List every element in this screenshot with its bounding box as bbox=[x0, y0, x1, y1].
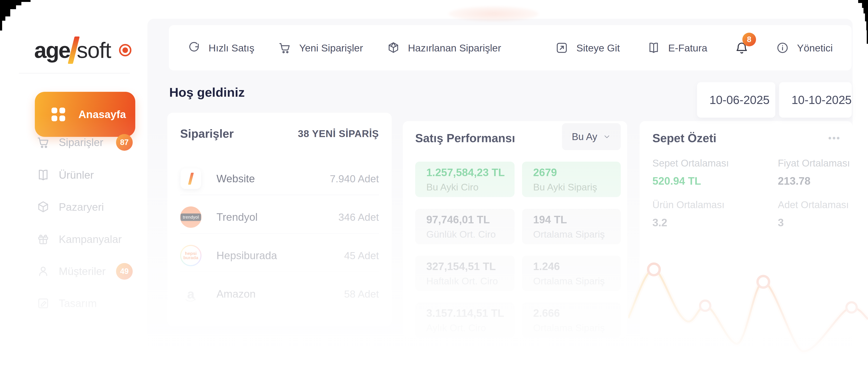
prepared-orders-button[interactable]: Hazırlanan Siparişler bbox=[387, 41, 501, 54]
quick-sale-label: Hızlı Satış bbox=[209, 42, 254, 54]
basket-stat-quantity-average: Adet Ortalaması 3 bbox=[778, 199, 849, 229]
stat-label: Adet Ortalaması bbox=[778, 199, 849, 210]
stat-label: Ürün Ortalaması bbox=[652, 199, 724, 210]
orders-count-badge: 87 bbox=[116, 134, 133, 151]
order-row-trendyol: trendyol Trendyol 346 Adet bbox=[180, 201, 379, 233]
stat-value: 2.666 bbox=[533, 307, 621, 319]
external-link-icon bbox=[555, 41, 568, 54]
sidebar-item-label: Kampanyalar bbox=[59, 233, 122, 245]
date-from-input[interactable]: 10-06-2025 bbox=[697, 82, 775, 118]
orders-card-title: Siparişler bbox=[180, 127, 234, 140]
date-to-input[interactable]: 10-10-2025 bbox=[779, 82, 852, 118]
topbar: Hızlı Satış Yeni Siparişler Hazırlanan S… bbox=[169, 25, 851, 70]
stat-tile-weekly-avg-revenue: 327,154,51 TL Haftalık Ort. Ciro bbox=[415, 255, 515, 291]
row-divider bbox=[180, 233, 379, 234]
stat-value: 520.94 TL bbox=[652, 175, 729, 187]
order-row-website: Website 7.940 Adet bbox=[180, 163, 379, 195]
period-filter-dropdown[interactable]: Bu Ay bbox=[562, 123, 621, 150]
stat-label: Fiyat Ortalaması bbox=[778, 158, 850, 169]
sales-performance-card: Satış Performansı Bu Ay 1.257,584,23 TL … bbox=[403, 121, 627, 337]
stat-value: 1.246 bbox=[533, 260, 621, 273]
sidebar-item-tasarim[interactable]: Tasarım bbox=[35, 292, 135, 315]
trendyol-logo-icon: trendyol bbox=[180, 206, 202, 228]
chevron-down-icon bbox=[840, 93, 849, 107]
sidebar-item-label: Tasarım bbox=[59, 297, 97, 310]
amazon-logo-icon: a bbox=[180, 283, 202, 305]
order-row-amazon: a Amazon 58 Adet bbox=[180, 278, 379, 310]
stat-tile-monthly-orders: 2679 Bu Ayki Sipariş bbox=[522, 162, 621, 197]
sidebar-item-label: Anasayfa bbox=[79, 108, 126, 120]
stat-label: Ortalama Sipariş bbox=[533, 322, 621, 334]
stat-tile-avg-order-3: 2.666 Ortalama Sipariş bbox=[522, 302, 621, 338]
stat-tile-monthly-avg-revenue: 3.157.114,51 TL Aylık Ort. Ciro bbox=[415, 302, 515, 338]
order-row-hepsiburada: hepsiburada Hepsiburada 45 Adet bbox=[180, 240, 379, 272]
quick-sale-button[interactable]: Hızlı Satış bbox=[188, 41, 254, 54]
sidebar-divider bbox=[19, 73, 130, 73]
sidebar: agesoft Anasayfa Siparişler 87 Ürünler P… bbox=[0, 0, 148, 383]
brand-logo-bold: age bbox=[34, 38, 70, 63]
e-invoice-button[interactable]: E-Fatura bbox=[647, 41, 707, 54]
stat-tile-monthly-revenue: 1.257,584,23 TL Bu Ayki Ciro bbox=[415, 162, 515, 197]
screenshot-corner-artifact bbox=[858, 0, 868, 44]
stat-value: 194 TL bbox=[533, 213, 621, 226]
cart-icon bbox=[278, 41, 291, 54]
stat-label: Günlük Ort. Ciro bbox=[426, 229, 515, 240]
sidebar-item-kampanyalar[interactable]: Kampanyalar bbox=[35, 228, 135, 251]
sidebar-item-siparisler[interactable]: Siparişler 87 bbox=[35, 131, 135, 154]
book-icon bbox=[36, 168, 50, 182]
hepsiburada-logo-icon: hepsiburada bbox=[180, 245, 202, 266]
page-title: Hoş geldiniz bbox=[169, 85, 245, 100]
marketplace-count: 7.940 Adet bbox=[330, 173, 379, 185]
stat-label: Haftalık Ort. Ciro bbox=[426, 276, 515, 287]
stat-tile-daily-avg-revenue: 97,746,01 TL Günlük Ort. Ciro bbox=[415, 209, 515, 244]
brand-dot-icon bbox=[119, 44, 131, 56]
sidebar-item-label: Ürünler bbox=[59, 169, 94, 181]
stat-value: 1.257,584,23 TL bbox=[426, 166, 515, 179]
orders-card: Siparişler 38 YENİ SİPARİŞ Website 7.940… bbox=[167, 113, 392, 326]
stat-value: 3.2 bbox=[652, 216, 724, 229]
book-icon bbox=[647, 41, 660, 54]
sidebar-item-urunler[interactable]: Ürünler bbox=[35, 163, 135, 187]
period-filter-value: Bu Ay bbox=[572, 131, 597, 142]
sidebar-item-musteriler[interactable]: Müşteriler 49 bbox=[35, 259, 135, 283]
row-divider bbox=[180, 195, 379, 195]
admin-button[interactable]: Yönetici bbox=[776, 41, 833, 54]
marketplace-name: Amazon bbox=[216, 288, 255, 300]
basket-stat-price-average: Fiyat Ortalaması 213.78 bbox=[778, 158, 850, 187]
stat-label: Ortalama Sipariş bbox=[533, 276, 621, 287]
stat-value: 327,154,51 TL bbox=[426, 260, 515, 273]
notifications-button[interactable]: 8 bbox=[735, 41, 749, 55]
e-invoice-label: E-Fatura bbox=[668, 42, 707, 54]
marketplace-count: 45 Adet bbox=[344, 250, 379, 262]
sidebar-item-label: Siparişler bbox=[59, 136, 103, 148]
more-options-button[interactable]: ••• bbox=[828, 133, 841, 143]
stat-value: 213.78 bbox=[778, 175, 850, 187]
new-orders-count: 38 YENİ SİPARİŞ bbox=[298, 128, 379, 139]
basket-stat-average: Sepet Ortalaması 520.94 TL bbox=[652, 158, 729, 187]
stat-label: Bu Ayki Sipariş bbox=[533, 182, 621, 193]
stat-label: Ortalama Sipariş bbox=[533, 229, 621, 240]
new-orders-button[interactable]: Yeni Siparişler bbox=[278, 41, 363, 54]
dashboard-page: agesoft Anasayfa Siparişler 87 Ürünler P… bbox=[0, 0, 868, 383]
new-orders-label: Yeni Siparişler bbox=[299, 42, 363, 54]
person-icon bbox=[36, 265, 50, 278]
chevron-down-icon bbox=[603, 133, 611, 141]
cart-icon bbox=[36, 136, 50, 149]
stat-value: 97,746,01 TL bbox=[426, 213, 515, 226]
prepared-orders-label: Hazırlanan Siparişler bbox=[408, 42, 501, 54]
stat-value: 3.157.114,51 TL bbox=[426, 307, 515, 319]
customers-count-badge: 49 bbox=[116, 263, 133, 280]
go-to-site-label: Siteye Git bbox=[576, 42, 620, 54]
dashboard-grid-icon bbox=[52, 108, 65, 121]
stat-value: 3 bbox=[778, 216, 849, 229]
basket-card-title: Sepet Özeti bbox=[652, 131, 716, 145]
go-to-site-button[interactable]: Siteye Git bbox=[555, 41, 620, 54]
sidebar-item-pazaryeri[interactable]: Pazaryeri bbox=[35, 195, 135, 219]
marketplace-count: 346 Adet bbox=[338, 211, 379, 223]
sidebar-item-anasayfa[interactable]: Anasayfa bbox=[35, 92, 135, 137]
basket-stat-product-average: Ürün Ortalaması 3.2 bbox=[652, 199, 724, 229]
brand-logo: agesoft bbox=[34, 36, 131, 64]
package-icon bbox=[387, 41, 400, 54]
stat-value: 2679 bbox=[533, 166, 621, 179]
design-icon bbox=[36, 297, 50, 310]
